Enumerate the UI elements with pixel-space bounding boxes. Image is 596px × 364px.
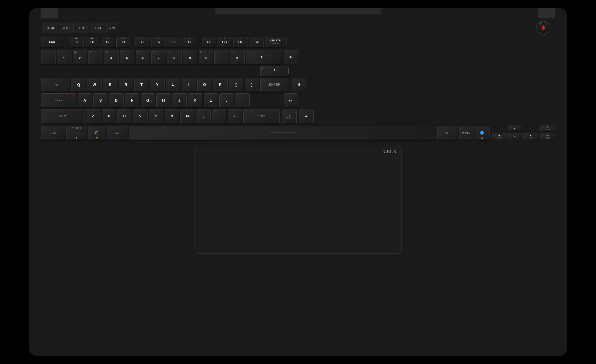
key-minus[interactable]: _ - bbox=[214, 50, 229, 64]
key-media-prev[interactable]: ⏮ bbox=[283, 50, 298, 64]
key-7[interactable]: & 7 bbox=[151, 50, 166, 64]
key-period[interactable]: > . bbox=[212, 109, 226, 124]
key-prtsc[interactable]: PRTSC bbox=[459, 126, 474, 140]
key-tab[interactable]: TAB bbox=[41, 78, 70, 92]
key-j[interactable]: J bbox=[172, 93, 187, 108]
key-e[interactable]: E bbox=[103, 78, 118, 92]
key-space[interactable] bbox=[129, 126, 436, 140]
key-f2[interactable]: 🔊 F2 bbox=[85, 37, 99, 47]
key-media-stop[interactable]: ⏸ bbox=[292, 78, 306, 92]
key-f5[interactable]: ⚙ F5 bbox=[135, 37, 150, 47]
touchpad-area: NUMLK bbox=[41, 146, 555, 254]
key-alt-left[interactable]: ALT bbox=[107, 126, 128, 140]
macro-key-m2[interactable]: 🔊 M2 bbox=[59, 22, 74, 33]
key-u[interactable]: U bbox=[166, 78, 180, 92]
key-y[interactable]: Y bbox=[150, 78, 165, 92]
key-f6[interactable]: 📷 F6 bbox=[151, 37, 166, 47]
key-f4[interactable]: AURA F4 bbox=[116, 37, 131, 47]
macro-key-m3[interactable]: 🎙 M3 bbox=[75, 22, 89, 33]
macro-key-m4[interactable]: ⚙ M4 bbox=[90, 22, 105, 33]
key-p[interactable]: P bbox=[213, 78, 228, 92]
key-g[interactable]: G bbox=[141, 93, 155, 108]
key-d[interactable]: D bbox=[109, 93, 124, 108]
key-enter[interactable]: ENTER bbox=[261, 78, 289, 92]
key-a[interactable]: A bbox=[78, 93, 92, 108]
key-alt-right[interactable]: ALT bbox=[437, 126, 458, 140]
key-capslock[interactable]: CAPS bbox=[41, 93, 76, 108]
key-o[interactable]: O bbox=[197, 78, 212, 92]
key-q[interactable]: Q bbox=[71, 78, 86, 92]
key-backspace[interactable]: ⟵ bbox=[246, 50, 281, 64]
key-i[interactable]: I bbox=[182, 78, 196, 92]
key-backslash[interactable]: | \ bbox=[261, 66, 289, 76]
key-shift-right[interactable]: SHIFT bbox=[243, 109, 280, 124]
key-f2-label: F2 bbox=[90, 41, 94, 43]
key-z[interactable]: Z bbox=[86, 109, 100, 124]
macro-key-m1[interactable]: 🔇 M1 bbox=[43, 22, 58, 33]
key-slash[interactable]: ? / bbox=[228, 109, 242, 124]
key-9[interactable]: ( 9 bbox=[183, 50, 197, 64]
key-shift-left[interactable]: SHIFT bbox=[41, 109, 85, 124]
touchpad[interactable]: NUMLK bbox=[194, 146, 402, 254]
key-f8[interactable]: ✦ F8 bbox=[183, 37, 197, 47]
key-fn[interactable]: FN+ESC⊙ FN 🔒 bbox=[66, 126, 87, 140]
key-arrow-down[interactable]: ▼ bbox=[508, 133, 522, 140]
key-media-next[interactable]: ⏭ bbox=[283, 93, 298, 108]
key-ff[interactable]: ⏭ bbox=[299, 109, 314, 124]
key-end[interactable]: ▶ END bbox=[523, 133, 538, 140]
key-home[interactable]: ◀ HOME bbox=[492, 133, 507, 140]
key-x[interactable]: X bbox=[102, 109, 116, 124]
key-3[interactable]: # 3 bbox=[89, 50, 103, 64]
key-backtick[interactable]: ~ ` bbox=[41, 50, 56, 64]
key-c[interactable]: C bbox=[118, 109, 132, 124]
key-t[interactable]: T bbox=[134, 78, 149, 92]
key-2[interactable]: @ 2 bbox=[73, 50, 87, 64]
key-m[interactable]: M bbox=[180, 109, 195, 124]
key-asus[interactable]: 🔷 🔒 bbox=[475, 126, 490, 140]
key-f3[interactable]: 🎙 F3 bbox=[101, 37, 115, 47]
key-pgdn-down[interactable]: ▶ END bbox=[540, 133, 555, 140]
key-windows[interactable]: ⊞ 🔒 bbox=[88, 126, 106, 140]
spacebar-line bbox=[270, 132, 295, 133]
key-6[interactable]: ^ 6 bbox=[136, 50, 150, 64]
key-comma[interactable]: < , bbox=[196, 109, 211, 124]
key-equals[interactable]: + = bbox=[230, 50, 245, 64]
key-quote[interactable]: " ' bbox=[235, 93, 250, 108]
home-label: HOME bbox=[497, 137, 502, 139]
key-r[interactable]: R bbox=[119, 78, 133, 92]
rog-icon: ⬡ bbox=[109, 27, 111, 29]
key-bracket-open[interactable]: { [ bbox=[229, 78, 243, 92]
key-pgup[interactable]: ▲ PGUP bbox=[282, 109, 297, 124]
key-8[interactable]: * 8 bbox=[167, 50, 182, 64]
key-f11[interactable]: ☽ F11 bbox=[233, 37, 248, 47]
ctrl-label: CTRL bbox=[50, 131, 56, 134]
prtsc-label: PRTSC bbox=[462, 131, 471, 134]
key-delete[interactable]: DELETE INSERT bbox=[265, 37, 286, 47]
key-b[interactable]: B bbox=[149, 109, 164, 124]
key-h[interactable]: H bbox=[156, 93, 171, 108]
key-f9[interactable]: F9 bbox=[202, 37, 216, 47]
key-bracket-close[interactable]: } ] bbox=[245, 78, 259, 92]
key-f12[interactable]: ✈ F12 bbox=[249, 37, 263, 47]
key-esc[interactable]: ESC bbox=[41, 37, 63, 47]
key-l[interactable]: L bbox=[204, 93, 218, 108]
key-arrow-up[interactable]: ▲ bbox=[508, 125, 522, 132]
key-f[interactable]: F bbox=[125, 93, 139, 108]
key-s[interactable]: S bbox=[93, 93, 108, 108]
key-5[interactable]: % 5 bbox=[120, 50, 134, 64]
key-v[interactable]: V bbox=[133, 109, 148, 124]
key-ctrl-left[interactable]: CTRL bbox=[41, 126, 65, 140]
key-semicolon[interactable]: : ; bbox=[219, 93, 234, 108]
power-button[interactable] bbox=[536, 21, 551, 35]
key-n[interactable]: N bbox=[165, 109, 179, 124]
key-4[interactable]: $ 4 bbox=[104, 50, 119, 64]
key-0[interactable]: ) 0 bbox=[199, 50, 213, 64]
key-f7[interactable]: ☀ F7 bbox=[167, 37, 181, 47]
macro-key-m5[interactable]: ⬡ M5 bbox=[106, 22, 118, 33]
key-f1[interactable]: 🔇 F1 bbox=[69, 37, 84, 47]
key-pgdn-up[interactable]: ▼ PGDN bbox=[540, 125, 555, 132]
key-f10[interactable]: 🖥 F10 bbox=[217, 37, 232, 47]
key-1[interactable]: ! 1 bbox=[57, 50, 71, 64]
key-w[interactable]: W bbox=[87, 78, 102, 92]
key-k[interactable]: K bbox=[188, 93, 202, 108]
